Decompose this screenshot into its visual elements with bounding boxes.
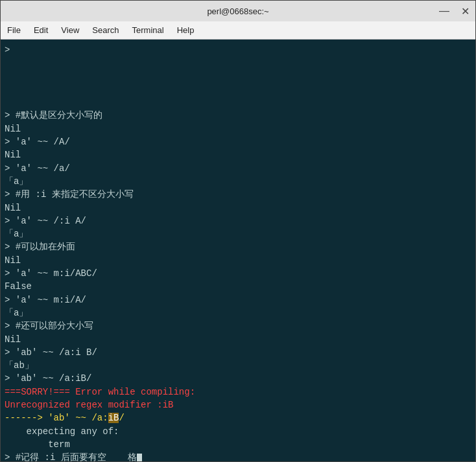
close-button[interactable]: ✕: [455, 1, 475, 21]
terminal-line: > 'a' ~~ /A/: [5, 135, 471, 148]
terminal-line: 「ab」: [5, 359, 471, 372]
title-bar: perl@0668sec:~ — ✕: [1, 1, 475, 21]
cursor: [137, 454, 142, 461]
terminal-line: >: [5, 43, 471, 56]
terminal-line: > 'a' ~~ m:i/ABC/: [5, 267, 471, 280]
terminal-line: [5, 56, 471, 69]
terminal-line: > 'ab' ~~ /a:iB/: [5, 372, 471, 385]
menu-item-view[interactable]: View: [54, 21, 86, 39]
terminal-line: [5, 96, 471, 109]
terminal-line: [5, 83, 471, 96]
terminal-line: [5, 70, 471, 83]
terminal-line: term: [5, 438, 471, 451]
terminal-line: expecting any of:: [5, 425, 471, 438]
terminal-line: > #记得 :i 后面要有空 格: [5, 451, 471, 461]
menu-item-edit[interactable]: Edit: [27, 21, 54, 39]
terminal-line: ------> 'ab' ~~ /a:iB/: [5, 411, 471, 424]
terminal-line: > #可以加在外面: [5, 240, 471, 253]
menu-bar: FileEditViewSearchTerminalHelp: [1, 21, 475, 40]
terminal-line: Nil: [5, 333, 471, 346]
terminal-line: > 'a' ~~ m:i/A/: [5, 294, 471, 306]
terminal-line: 「a」: [5, 175, 471, 188]
terminal-output[interactable]: > > #默认是区分大小写的 Nil > 'a' ~~ /A/ Nil > 'a…: [1, 40, 475, 461]
title-bar-text: perl@0668sec:~: [207, 6, 268, 16]
terminal-line: > 'a' ~~ /a/: [5, 162, 471, 175]
terminal-line: Nil: [5, 148, 471, 161]
menu-item-file[interactable]: File: [1, 21, 27, 39]
terminal-line: Nil: [5, 202, 471, 214]
terminal-line: > #还可以部分大小写: [5, 319, 471, 332]
title-bar-controls: — ✕: [434, 1, 475, 21]
minimize-button[interactable]: —: [434, 1, 455, 21]
menu-item-help[interactable]: Help: [171, 21, 201, 39]
terminal-line: > 'a' ~~ /:i A/: [5, 214, 471, 227]
terminal-line: > #用 :i 来指定不区分大小写: [5, 188, 471, 201]
terminal-line: 「a」: [5, 306, 471, 319]
terminal-line: Nil: [5, 122, 471, 135]
terminal-line: False: [5, 280, 471, 293]
menu-item-search[interactable]: Search: [86, 21, 125, 39]
terminal-line: ===SORRY!=== Error while compiling:: [5, 386, 471, 398]
terminal-line: > #默认是区分大小写的: [5, 109, 471, 122]
terminal-window: perl@0668sec:~ — ✕ FileEditViewSearchTer…: [0, 0, 476, 462]
menu-item-terminal[interactable]: Terminal: [126, 21, 171, 39]
terminal-line: Unrecognized regex modifier :iB: [5, 398, 471, 411]
terminal-line: > 'ab' ~~ /a:i B/: [5, 346, 471, 359]
terminal-line: 「a」: [5, 227, 471, 240]
terminal-line: Nil: [5, 254, 471, 267]
